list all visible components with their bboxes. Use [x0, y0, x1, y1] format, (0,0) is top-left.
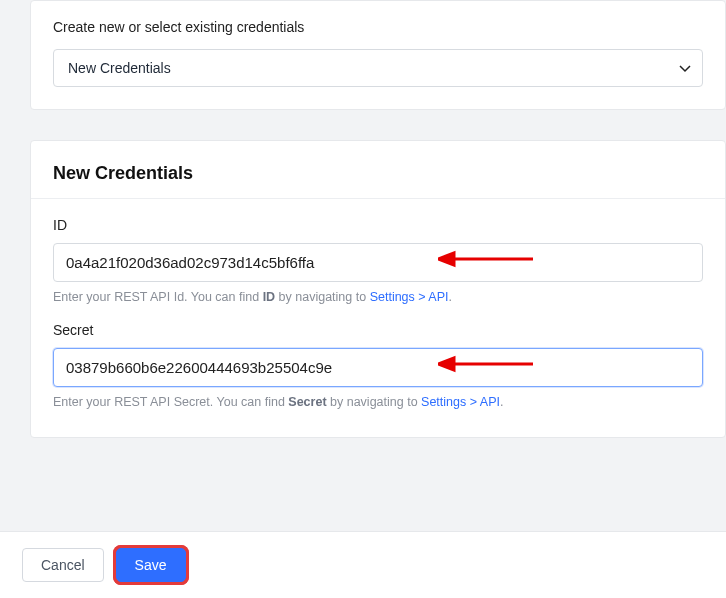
id-input[interactable]: [53, 243, 703, 282]
credentials-select-value: New Credentials: [68, 60, 171, 76]
id-label: ID: [53, 217, 703, 233]
new-credentials-card: New Credentials ID Enter your REST API I…: [30, 140, 726, 438]
new-credentials-heading: New Credentials: [53, 163, 703, 184]
credentials-selector-card: Create new or select existing credential…: [30, 0, 726, 110]
secret-helper-text: Enter your REST API Secret. You can find…: [53, 395, 703, 409]
cancel-button[interactable]: Cancel: [22, 548, 104, 582]
credentials-select[interactable]: New Credentials: [53, 49, 703, 87]
footer-actions: Cancel Save: [0, 531, 726, 598]
id-helper-text: Enter your REST API Id. You can find ID …: [53, 290, 703, 304]
secret-label: Secret: [53, 322, 703, 338]
secret-helper-link[interactable]: Settings > API: [421, 395, 500, 409]
credentials-selector-title: Create new or select existing credential…: [53, 19, 703, 35]
secret-field-group: Secret Enter your REST API Secret. You c…: [53, 322, 703, 409]
secret-input[interactable]: [53, 348, 703, 387]
id-helper-link[interactable]: Settings > API: [370, 290, 449, 304]
id-field-group: ID Enter your REST API Id. You can find …: [53, 217, 703, 304]
save-button[interactable]: Save: [116, 548, 186, 582]
